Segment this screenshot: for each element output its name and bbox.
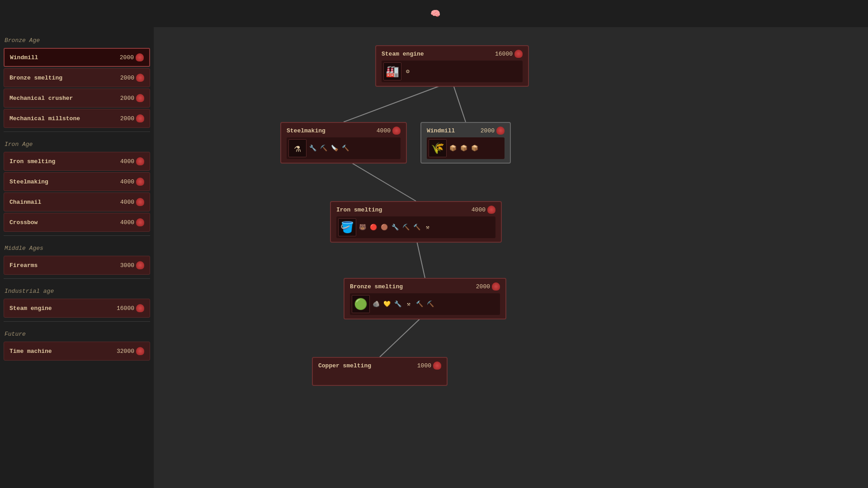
tool-icon: 🔧	[391, 223, 400, 232]
resource-counter: 🧠	[428, 9, 440, 19]
sidebar-item-steelmaking[interactable]: Steelmaking4000	[4, 172, 150, 191]
cost-value: 2000	[120, 54, 134, 61]
main-canvas[interactable]: Steam engine16000🏭⚙️Steelmaking4000⚗️🔧⛏️…	[154, 27, 868, 488]
section-divider	[4, 278, 150, 279]
brain-icon	[136, 347, 144, 355]
tool-icon: 📦	[470, 144, 479, 153]
sidebar-item-cost: 2000	[120, 74, 144, 82]
cost-value: 2000	[481, 127, 495, 134]
tech-node-cost: 2000	[481, 127, 505, 135]
section-divider	[4, 131, 150, 132]
brain-icon	[487, 206, 495, 214]
brain-icon	[433, 361, 441, 370]
sidebar-item-mechanical-crusher[interactable]: Mechanical crusher2000	[4, 89, 150, 108]
tool-icon: ⛏️	[319, 144, 328, 153]
sidebar-section-3: Industrial age	[0, 282, 154, 297]
brain-icon	[136, 178, 144, 186]
sidebar-item-cost: 2000	[120, 53, 144, 61]
brain-icon	[392, 127, 401, 135]
tech-node-header: Windmill2000	[427, 127, 505, 135]
sidebar-item-cost: 4000	[120, 218, 144, 226]
cost-value: 4000	[472, 206, 486, 213]
sidebar-item-cost: 4000	[120, 178, 144, 186]
tech-node-cost: 4000	[472, 206, 495, 214]
brain-icon	[136, 94, 144, 102]
sidebar-item-cost: 2000	[120, 94, 144, 102]
tech-node-header: Iron smelting4000	[336, 206, 495, 214]
cost-value: 2000	[476, 283, 490, 290]
sidebar-item-cost: 2000	[120, 114, 144, 122]
cost-value: 32000	[117, 348, 134, 355]
tool-icon: 🔨	[412, 223, 421, 232]
tech-node-cost: 1000	[417, 361, 441, 370]
sidebar[interactable]: Bronze AgeWindmill2000Bronze smelting200…	[0, 27, 154, 488]
cost-value: 16000	[495, 51, 513, 57]
tech-node-copper_smelting[interactable]: Copper smelting1000	[312, 357, 448, 386]
sidebar-item-steam-engine[interactable]: Steam engine16000	[4, 299, 150, 318]
sidebar-item-iron-smelting[interactable]: Iron smelting4000	[4, 152, 150, 171]
connection-steelmaking-to-iron_smelting	[344, 158, 416, 201]
connection-lines	[154, 27, 868, 488]
sidebar-item-cost: 16000	[117, 304, 144, 312]
tech-node-icon-area: 🟢🪨💛🔧⚒️🔨⛏️	[350, 293, 500, 315]
tech-node-title: Copper smelting	[318, 362, 371, 369]
sidebar-item-label: Firearms	[9, 262, 38, 269]
cost-value: 2000	[120, 75, 134, 81]
sidebar-item-label: Steelmaking	[9, 178, 48, 185]
tech-node-header: Copper smelting1000	[318, 361, 441, 370]
sidebar-item-chainmail[interactable]: Chainmail4000	[4, 192, 150, 211]
connection-bronze_smelting-to-copper_smelting	[380, 314, 425, 357]
tech-node-title: Windmill	[427, 127, 455, 134]
sidebar-item-windmill[interactable]: Windmill2000	[4, 48, 150, 67]
sidebar-item-mechanical-millstone[interactable]: Mechanical millstone2000	[4, 109, 150, 128]
sidebar-item-label: Bronze smelting	[9, 75, 62, 81]
sidebar-section-1: Iron Age	[0, 136, 154, 150]
sidebar-item-cost: 4000	[120, 198, 144, 206]
tech-node-steelmaking[interactable]: Steelmaking4000⚗️🔧⛏️🪚🔨	[280, 122, 407, 164]
cost-value: 2000	[120, 115, 134, 122]
tool-icon: 🔨	[341, 144, 350, 153]
pixel-art-display: 🟢	[352, 295, 370, 313]
sidebar-item-label: Windmill	[10, 54, 38, 61]
cost-value: 3000	[120, 262, 134, 269]
cost-value: 1000	[417, 362, 431, 369]
tech-node-header: Steelmaking4000	[287, 127, 401, 135]
connection-steam_engine-to-steelmaking	[344, 81, 452, 122]
sidebar-item-label: Mechanical millstone	[9, 115, 80, 122]
tool-icon: 🔨	[415, 300, 424, 309]
tech-node-cost: 2000	[476, 282, 500, 291]
tool-icon: ⚒️	[404, 300, 413, 309]
tool-icon: 🐻	[358, 223, 367, 232]
tech-node-iron_smelting[interactable]: Iron smelting4000🪣🐻🔴🟤🔧⛏️🔨⚒️	[330, 201, 502, 243]
brain-icon	[136, 304, 144, 312]
brain-icon	[136, 53, 144, 61]
sidebar-item-crossbow[interactable]: Crossbow4000	[4, 213, 150, 232]
cost-value: 4000	[120, 199, 134, 206]
tech-node-title: Steelmaking	[287, 127, 326, 134]
brain-icon: 🧠	[430, 9, 440, 19]
tech-node-bronze_smelting[interactable]: Bronze smelting2000🟢🪨💛🔧⚒️🔨⛏️	[344, 278, 506, 319]
sidebar-item-label: Iron smelting	[9, 158, 55, 165]
pixel-art-display: ⚗️	[288, 139, 307, 157]
tech-node-title: Iron smelting	[336, 206, 382, 213]
tech-node-steam_engine[interactable]: Steam engine16000🏭⚙️	[375, 45, 529, 87]
sidebar-item-bronze-smelting[interactable]: Bronze smelting2000	[4, 68, 150, 87]
tech-node-header: Bronze smelting2000	[350, 282, 500, 291]
sidebar-item-time-machine[interactable]: Time machine32000	[4, 342, 150, 361]
cost-value: 4000	[377, 127, 391, 134]
sidebar-item-cost: 4000	[120, 157, 144, 165]
tech-node-title: Steam engine	[382, 51, 424, 57]
tech-node-windmill[interactable]: Windmill2000🌾📦📦📦	[420, 122, 511, 164]
connection-iron_smelting-to-bronze_smelting	[416, 237, 425, 278]
sidebar-item-label: Chainmail	[9, 199, 41, 206]
brain-icon	[136, 198, 144, 206]
sidebar-item-firearms[interactable]: Firearms3000	[4, 256, 150, 275]
tech-node-icon-area: 🪣🐻🔴🟤🔧⛏️🔨⚒️	[336, 216, 495, 238]
tool-icon: 💛	[382, 300, 392, 309]
cost-value: 4000	[120, 158, 134, 165]
pixel-art-display: 🏭	[383, 62, 401, 80]
tool-icon: 🔧	[308, 144, 317, 153]
tool-icon: ⛏️	[426, 300, 435, 309]
tech-node-icon-area: ⚗️🔧⛏️🪚🔨	[287, 137, 401, 159]
tool-icon: 🪚	[330, 144, 339, 153]
